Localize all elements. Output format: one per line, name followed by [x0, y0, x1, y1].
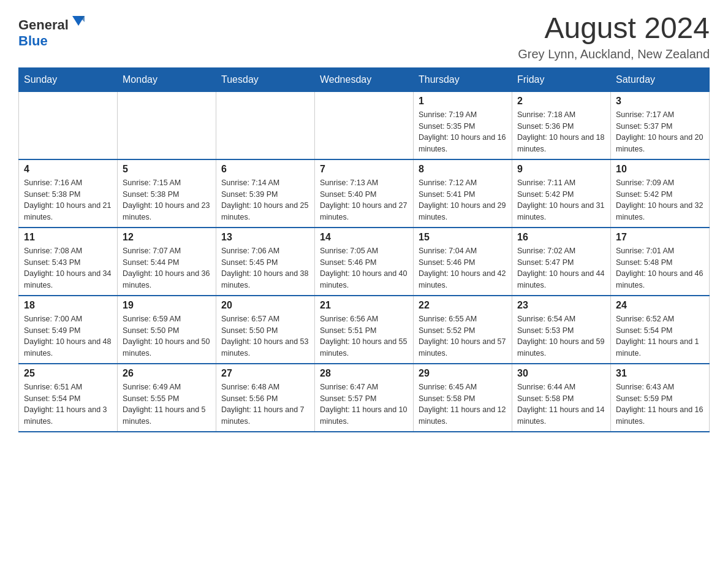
day-info: Sunrise: 7:02 AM Sunset: 5:47 PM Dayligh…	[517, 245, 605, 291]
calendar-cell: 8Sunrise: 7:12 AM Sunset: 5:41 PM Daylig…	[414, 159, 512, 228]
day-info: Sunrise: 7:14 AM Sunset: 5:39 PM Dayligh…	[221, 177, 309, 223]
calendar-cell: 10Sunrise: 7:09 AM Sunset: 5:42 PM Dayli…	[611, 159, 710, 228]
calendar-cell: 13Sunrise: 7:06 AM Sunset: 5:45 PM Dayli…	[216, 228, 315, 296]
day-number: 3	[616, 96, 704, 107]
day-info: Sunrise: 7:00 AM Sunset: 5:49 PM Dayligh…	[24, 313, 112, 359]
day-number: 29	[419, 368, 507, 379]
day-number: 24	[616, 300, 704, 311]
day-number: 11	[24, 232, 112, 243]
day-info: Sunrise: 7:12 AM Sunset: 5:41 PM Dayligh…	[419, 177, 507, 223]
calendar-cell: 5Sunrise: 7:15 AM Sunset: 5:38 PM Daylig…	[118, 159, 216, 228]
day-number: 16	[517, 232, 605, 243]
day-number: 10	[616, 164, 704, 175]
calendar-week-row: 11Sunrise: 7:08 AM Sunset: 5:43 PM Dayli…	[19, 228, 710, 296]
calendar-cell	[315, 91, 414, 159]
day-info: Sunrise: 7:18 AM Sunset: 5:36 PM Dayligh…	[517, 109, 605, 155]
logo-triangle-icon	[70, 12, 87, 29]
day-number: 15	[419, 232, 507, 243]
calendar-cell: 27Sunrise: 6:48 AM Sunset: 5:56 PM Dayli…	[216, 364, 315, 432]
calendar-header-row: SundayMondayTuesdayWednesdayThursdayFrid…	[19, 67, 710, 91]
day-number: 2	[517, 96, 605, 107]
day-info: Sunrise: 7:09 AM Sunset: 5:42 PM Dayligh…	[616, 177, 704, 223]
day-number: 20	[221, 300, 309, 311]
day-info: Sunrise: 7:16 AM Sunset: 5:38 PM Dayligh…	[24, 177, 112, 223]
day-number: 31	[616, 368, 704, 379]
calendar-cell: 7Sunrise: 7:13 AM Sunset: 5:40 PM Daylig…	[315, 159, 414, 228]
day-info: Sunrise: 6:54 AM Sunset: 5:53 PM Dayligh…	[517, 313, 605, 359]
day-number: 30	[517, 368, 605, 379]
calendar-cell: 14Sunrise: 7:05 AM Sunset: 5:46 PM Dayli…	[315, 228, 414, 296]
column-header-thursday: Thursday	[414, 67, 512, 91]
calendar-cell: 24Sunrise: 6:52 AM Sunset: 5:54 PM Dayli…	[611, 296, 710, 364]
day-info: Sunrise: 6:55 AM Sunset: 5:52 PM Dayligh…	[419, 313, 507, 359]
calendar-cell: 16Sunrise: 7:02 AM Sunset: 5:47 PM Dayli…	[512, 228, 611, 296]
calendar-cell: 18Sunrise: 7:00 AM Sunset: 5:49 PM Dayli…	[19, 296, 118, 364]
day-number: 21	[320, 300, 408, 311]
day-info: Sunrise: 7:01 AM Sunset: 5:48 PM Dayligh…	[616, 245, 704, 291]
month-year-title: August 2024	[518, 12, 710, 45]
calendar-table: SundayMondayTuesdayWednesdayThursdayFrid…	[18, 67, 710, 432]
day-info: Sunrise: 7:07 AM Sunset: 5:44 PM Dayligh…	[123, 245, 211, 291]
day-number: 27	[221, 368, 309, 379]
calendar-cell: 26Sunrise: 6:49 AM Sunset: 5:55 PM Dayli…	[118, 364, 216, 432]
day-number: 9	[517, 164, 605, 175]
calendar-cell: 28Sunrise: 6:47 AM Sunset: 5:57 PM Dayli…	[315, 364, 414, 432]
day-info: Sunrise: 6:47 AM Sunset: 5:57 PM Dayligh…	[320, 381, 408, 427]
day-number: 5	[123, 164, 211, 175]
day-number: 8	[419, 164, 507, 175]
day-number: 19	[123, 300, 211, 311]
column-header-wednesday: Wednesday	[315, 67, 414, 91]
calendar-cell: 21Sunrise: 6:56 AM Sunset: 5:51 PM Dayli…	[315, 296, 414, 364]
day-info: Sunrise: 6:45 AM Sunset: 5:58 PM Dayligh…	[419, 381, 507, 427]
column-header-monday: Monday	[118, 67, 216, 91]
day-number: 23	[517, 300, 605, 311]
calendar-cell: 29Sunrise: 6:45 AM Sunset: 5:58 PM Dayli…	[414, 364, 512, 432]
calendar-cell: 20Sunrise: 6:57 AM Sunset: 5:50 PM Dayli…	[216, 296, 315, 364]
day-info: Sunrise: 6:56 AM Sunset: 5:51 PM Dayligh…	[320, 313, 408, 359]
day-info: Sunrise: 6:43 AM Sunset: 5:59 PM Dayligh…	[616, 381, 704, 427]
day-info: Sunrise: 6:51 AM Sunset: 5:54 PM Dayligh…	[24, 381, 112, 427]
day-number: 17	[616, 232, 704, 243]
column-header-friday: Friday	[512, 67, 611, 91]
day-info: Sunrise: 6:44 AM Sunset: 5:58 PM Dayligh…	[517, 381, 605, 427]
day-info: Sunrise: 6:49 AM Sunset: 5:55 PM Dayligh…	[123, 381, 211, 427]
page-header: General Blue August 2024 Grey Lynn, Auck…	[18, 12, 710, 61]
column-header-sunday: Sunday	[19, 67, 118, 91]
calendar-cell: 30Sunrise: 6:44 AM Sunset: 5:58 PM Dayli…	[512, 364, 611, 432]
day-number: 26	[123, 368, 211, 379]
day-number: 28	[320, 368, 408, 379]
calendar-week-row: 25Sunrise: 6:51 AM Sunset: 5:54 PM Dayli…	[19, 364, 710, 432]
day-info: Sunrise: 7:06 AM Sunset: 5:45 PM Dayligh…	[221, 245, 309, 291]
column-header-tuesday: Tuesday	[216, 67, 315, 91]
calendar-cell: 19Sunrise: 6:59 AM Sunset: 5:50 PM Dayli…	[118, 296, 216, 364]
logo-text-general: General	[18, 17, 69, 33]
logo: General Blue	[18, 12, 87, 49]
calendar-cell: 11Sunrise: 7:08 AM Sunset: 5:43 PM Dayli…	[19, 228, 118, 296]
calendar-cell	[118, 91, 216, 159]
day-number: 12	[123, 232, 211, 243]
logo-wordmark: General Blue	[18, 12, 87, 49]
day-number: 22	[419, 300, 507, 311]
day-info: Sunrise: 6:57 AM Sunset: 5:50 PM Dayligh…	[221, 313, 309, 359]
calendar-cell	[216, 91, 315, 159]
calendar-cell: 15Sunrise: 7:04 AM Sunset: 5:46 PM Dayli…	[414, 228, 512, 296]
day-number: 13	[221, 232, 309, 243]
calendar-cell: 3Sunrise: 7:17 AM Sunset: 5:37 PM Daylig…	[611, 91, 710, 159]
day-info: Sunrise: 7:05 AM Sunset: 5:46 PM Dayligh…	[320, 245, 408, 291]
calendar-cell: 4Sunrise: 7:16 AM Sunset: 5:38 PM Daylig…	[19, 159, 118, 228]
calendar-cell	[19, 91, 118, 159]
day-info: Sunrise: 7:15 AM Sunset: 5:38 PM Dayligh…	[123, 177, 211, 223]
location-subtitle: Grey Lynn, Auckland, New Zealand	[518, 47, 710, 61]
calendar-cell: 23Sunrise: 6:54 AM Sunset: 5:53 PM Dayli…	[512, 296, 611, 364]
column-header-saturday: Saturday	[611, 67, 710, 91]
logo-text-blue: Blue	[18, 33, 48, 48]
day-number: 4	[24, 164, 112, 175]
day-info: Sunrise: 7:13 AM Sunset: 5:40 PM Dayligh…	[320, 177, 408, 223]
calendar-cell: 22Sunrise: 6:55 AM Sunset: 5:52 PM Dayli…	[414, 296, 512, 364]
calendar-week-row: 4Sunrise: 7:16 AM Sunset: 5:38 PM Daylig…	[19, 159, 710, 228]
day-info: Sunrise: 6:48 AM Sunset: 5:56 PM Dayligh…	[221, 381, 309, 427]
day-info: Sunrise: 7:04 AM Sunset: 5:46 PM Dayligh…	[419, 245, 507, 291]
calendar-week-row: 18Sunrise: 7:00 AM Sunset: 5:49 PM Dayli…	[19, 296, 710, 364]
day-info: Sunrise: 6:59 AM Sunset: 5:50 PM Dayligh…	[123, 313, 211, 359]
calendar-cell: 12Sunrise: 7:07 AM Sunset: 5:44 PM Dayli…	[118, 228, 216, 296]
